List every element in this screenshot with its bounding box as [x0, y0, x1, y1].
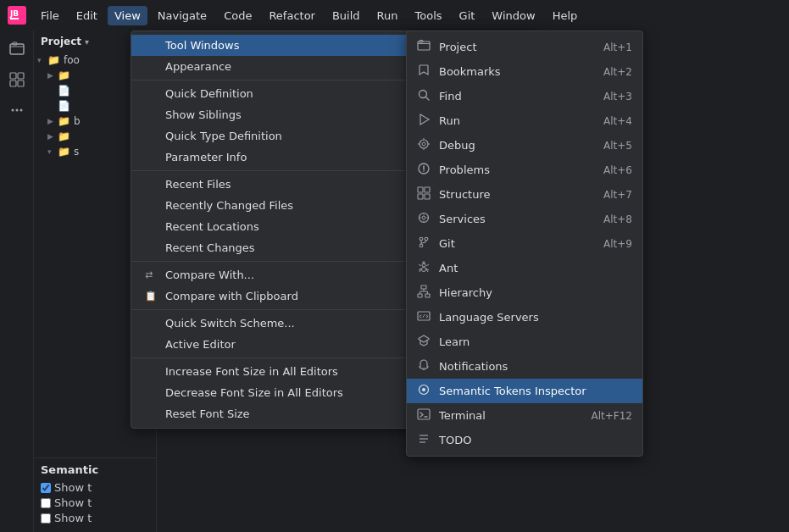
submenu-item-structure[interactable]: Structure Alt+7 [407, 182, 642, 207]
shortcut-label: Alt+4 [603, 115, 632, 127]
checkbox-2[interactable] [41, 498, 51, 508]
svg-point-38 [422, 388, 425, 391]
svg-point-16 [420, 140, 428, 148]
menu-file[interactable]: File [34, 6, 66, 25]
svg-rect-34 [418, 294, 422, 297]
menu-item-label: Recent Locations [165, 220, 445, 233]
shortcut-label: Alt+1 [603, 42, 632, 53]
find-icon [417, 88, 434, 104]
services-icon [417, 211, 434, 227]
submenu-label: Language Servers [439, 311, 632, 324]
submenu-item-problems[interactable]: Problems Alt+6 [407, 158, 642, 182]
submenu-item-run[interactable]: Run Alt+4 [407, 108, 642, 133]
submenu-item-notifications[interactable]: Notifications [407, 354, 642, 379]
file-icon: 📄 [58, 85, 70, 97]
app-logo: JB [7, 5, 27, 25]
submenu-item-git[interactable]: Git Alt+9 [407, 231, 642, 256]
checkbox-label-3: Show t [54, 512, 92, 524]
svg-rect-5 [10, 73, 16, 79]
checkbox-row-1: Show t [41, 481, 149, 494]
submenu-item-project[interactable]: Project Alt+1 [407, 35, 642, 59]
menu-window[interactable]: Window [485, 6, 542, 25]
folder-icon: 📁 [58, 146, 70, 158]
checkbox-3[interactable] [41, 513, 51, 524]
submenu-item-todo[interactable]: TODO [407, 428, 642, 452]
debug-icon [417, 137, 434, 153]
menu-git[interactable]: Git [453, 6, 482, 25]
project-label: Project [41, 36, 81, 47]
sidebar-icon-more[interactable] [5, 98, 29, 122]
svg-rect-39 [418, 409, 430, 419]
svg-point-27 [420, 237, 423, 241]
tree-arrow: ▾ [47, 147, 58, 156]
ant-icon [417, 260, 434, 276]
shortcut-label: Alt+F12 [592, 410, 632, 422]
svg-rect-21 [418, 187, 423, 192]
sidebar-icon-project[interactable] [5, 37, 29, 61]
tree-label: b [74, 115, 81, 127]
svg-rect-7 [10, 80, 16, 86]
submenu-label: Find [439, 90, 603, 103]
svg-rect-33 [421, 285, 426, 289]
submenu-item-bookmarks[interactable]: Bookmarks Alt+2 [407, 59, 642, 84]
submenu-item-debug[interactable]: Debug Alt+5 [407, 133, 642, 158]
menu-run[interactable]: Run [370, 6, 405, 25]
svg-rect-6 [18, 73, 24, 79]
svg-rect-23 [418, 194, 423, 199]
menu-edit[interactable]: Edit [69, 6, 104, 25]
submenu-label: Learn [439, 335, 632, 348]
tree-label: foo [64, 54, 80, 66]
submenu-label: Terminal [439, 409, 592, 422]
menu-tools[interactable]: Tools [408, 6, 449, 25]
tool-windows-submenu: Project Alt+1 Bookmarks Alt+2 Find Alt+3 [406, 30, 643, 457]
menu-refactor[interactable]: Refactor [262, 6, 322, 25]
sidebar-icons [0, 30, 34, 532]
shortcut-label: Alt+9 [603, 238, 632, 250]
problems-icon [417, 162, 434, 178]
folder-icon: 📁 [47, 54, 60, 66]
tree-label: s [74, 146, 79, 158]
submenu-item-learn[interactable]: Learn [407, 330, 642, 354]
todo-icon [417, 432, 434, 448]
svg-rect-8 [18, 80, 24, 86]
semantic-panel-title: Semantic [41, 463, 149, 476]
shortcut-label: Alt+7 [603, 189, 632, 201]
checkbox-row-3: Show t [41, 512, 149, 524]
svg-point-32 [423, 262, 425, 263]
submenu-item-hierarchy[interactable]: Hierarchy [407, 280, 642, 305]
menu-item-label: Decrease Font Size in All Editors [165, 386, 416, 399]
svg-point-29 [425, 237, 428, 241]
submenu-item-ant[interactable]: Ant [407, 256, 642, 280]
menu-code[interactable]: Code [217, 6, 258, 25]
menu-view[interactable]: View [108, 6, 147, 25]
submenu-item-find[interactable]: Find Alt+3 [407, 84, 642, 108]
svg-rect-35 [425, 294, 430, 297]
clipboard-icon: 📋 [145, 291, 160, 302]
shortcut-label: Alt+5 [603, 140, 632, 152]
svg-rect-24 [425, 194, 430, 199]
svg-text:JB: JB [9, 9, 19, 18]
svg-point-26 [422, 216, 425, 219]
submenu-item-services[interactable]: Services Alt+8 [407, 207, 642, 231]
menu-help[interactable]: Help [546, 6, 585, 25]
folder-icon: 📁 [58, 130, 70, 142]
checkbox-row-2: Show t [41, 496, 149, 509]
checkbox-1[interactable] [41, 483, 51, 493]
svg-marker-15 [420, 114, 429, 125]
file-icon: 📄 [58, 100, 70, 112]
notifications-icon [417, 358, 434, 374]
tree-arrow: ▶ [47, 117, 58, 125]
sidebar-icon-structure[interactable] [5, 68, 29, 91]
menu-build[interactable]: Build [325, 6, 367, 25]
submenu-item-lang-servers[interactable]: Language Servers [407, 305, 642, 330]
learn-icon [417, 334, 434, 350]
shortcut-label: Alt+8 [603, 213, 632, 225]
checkbox-label-2: Show t [54, 496, 92, 509]
menu-navigate[interactable]: Navigate [151, 6, 214, 25]
terminal-icon [417, 407, 434, 424]
submenu-item-semantic-tokens[interactable]: Semantic Tokens Inspector [407, 379, 642, 403]
svg-point-11 [19, 109, 22, 112]
submenu-item-terminal[interactable]: Terminal Alt+F12 [407, 403, 642, 428]
shortcut-label: Alt+6 [603, 164, 632, 176]
svg-rect-3 [10, 44, 24, 54]
